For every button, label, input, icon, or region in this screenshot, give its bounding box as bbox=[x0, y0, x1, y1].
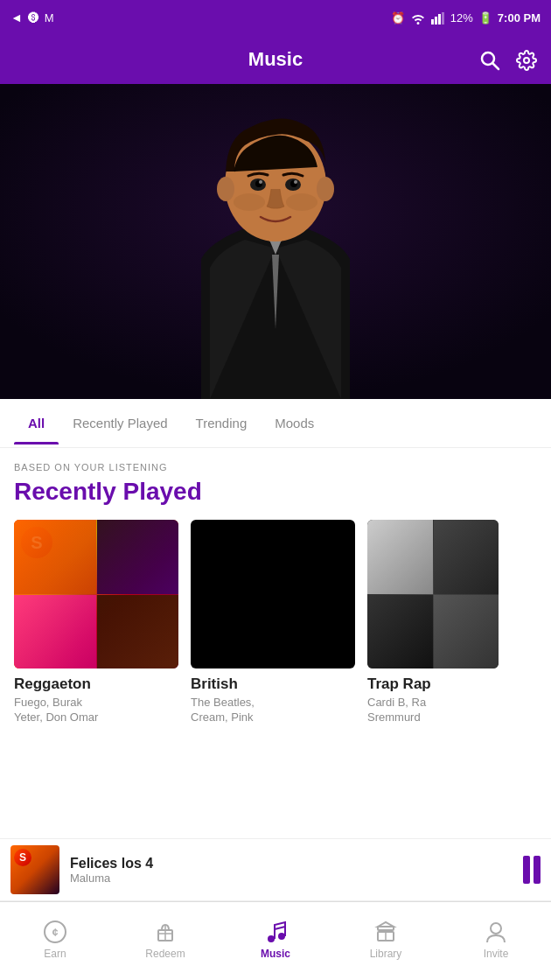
status-bar: ◄ 🅢 M ⏰ 12% 🔋 7:00 PM bbox=[0, 0, 551, 35]
svg-point-17 bbox=[217, 177, 234, 201]
alarm-icon: ⏰ bbox=[391, 11, 405, 24]
svg-point-19 bbox=[234, 193, 265, 211]
svg-rect-1 bbox=[435, 17, 437, 24]
settings-icon[interactable] bbox=[516, 48, 537, 71]
now-playing-bar[interactable]: Felices los 4 Maluma bbox=[0, 838, 551, 901]
card-british[interactable]: British The Beatles,Cream, Pink bbox=[191, 520, 355, 725]
redeem-icon bbox=[153, 920, 178, 944]
app-icon-2: M bbox=[45, 11, 54, 24]
tab-all[interactable]: All bbox=[14, 402, 59, 444]
card-trap-image bbox=[367, 520, 499, 668]
header-icons bbox=[479, 48, 537, 71]
app-header: Music bbox=[0, 35, 551, 84]
svg-point-18 bbox=[317, 177, 334, 201]
invite-icon bbox=[484, 920, 508, 944]
nav-invite[interactable]: Invite bbox=[461, 920, 531, 960]
tab-trending[interactable]: Trending bbox=[182, 402, 262, 444]
np-thumbnail bbox=[10, 845, 59, 894]
nav-redeem-label: Redeem bbox=[145, 948, 185, 960]
svg-point-33 bbox=[491, 923, 501, 934]
card-british-image bbox=[191, 520, 355, 668]
card-reggaeton-subtitle: Fuego, BurakYeter, Don Omar bbox=[14, 696, 178, 725]
time: 7:00 PM bbox=[498, 11, 541, 24]
bottom-nav: ¢ Earn Redeem Music bbox=[0, 901, 551, 980]
svg-point-6 bbox=[524, 58, 529, 63]
svg-rect-0 bbox=[431, 19, 434, 24]
section-sublabel: BASED ON YOUR LISTENING bbox=[14, 462, 537, 472]
nav-earn[interactable]: ¢ Earn bbox=[20, 920, 90, 960]
card-reggaeton[interactable]: Reggaeton Fuego, BurakYeter, Don Omar bbox=[14, 520, 178, 725]
nav-invite-label: Invite bbox=[484, 948, 509, 960]
nav-music[interactable]: Music bbox=[241, 920, 310, 960]
nav-music-label: Music bbox=[261, 948, 290, 960]
svg-line-28 bbox=[275, 927, 285, 929]
hero-image bbox=[0, 84, 551, 399]
app-icon-1: 🅢 bbox=[28, 11, 39, 24]
svg-text:¢: ¢ bbox=[52, 927, 59, 939]
cards-row: Reggaeton Fuego, BurakYeter, Don Omar Br… bbox=[14, 520, 537, 725]
page-title: Music bbox=[248, 48, 303, 71]
tab-recently-played[interactable]: Recently Played bbox=[59, 402, 181, 444]
library-icon bbox=[373, 920, 398, 944]
wifi-icon bbox=[410, 10, 426, 24]
svg-point-20 bbox=[286, 193, 317, 211]
pause-bar-right bbox=[534, 856, 541, 884]
card-trap-rap[interactable]: Trap Rap Cardi B, RaSremmurd bbox=[367, 520, 499, 725]
np-controls bbox=[523, 856, 541, 884]
np-info: Felices los 4 Maluma bbox=[70, 856, 513, 885]
np-artist: Maluma bbox=[70, 872, 513, 885]
nav-library[interactable]: Library bbox=[351, 920, 421, 960]
status-right: ⏰ 12% 🔋 7:00 PM bbox=[391, 10, 541, 24]
card-reggaeton-title: Reggaeton bbox=[14, 676, 178, 693]
np-title: Felices los 4 bbox=[70, 856, 513, 872]
svg-line-5 bbox=[493, 64, 499, 70]
card-reggaeton-image bbox=[14, 520, 178, 668]
svg-point-26 bbox=[268, 935, 275, 942]
signal-icon bbox=[431, 10, 445, 24]
battery-icon: 🔋 bbox=[478, 11, 492, 24]
main-content: BASED ON YOUR LISTENING Recently Played … bbox=[0, 448, 551, 725]
card-trap-title: Trap Rap bbox=[367, 676, 499, 693]
svg-point-15 bbox=[259, 180, 262, 184]
nav-library-label: Library bbox=[370, 948, 402, 960]
card-british-subtitle: The Beatles,Cream, Pink bbox=[191, 696, 355, 725]
svg-rect-3 bbox=[442, 12, 444, 24]
card-trap-subtitle: Cardi B, RaSremmurd bbox=[367, 696, 499, 725]
hero-portrait bbox=[0, 84, 551, 399]
search-icon[interactable] bbox=[479, 48, 500, 71]
battery-percent: 12% bbox=[450, 11, 473, 24]
pause-bar-left bbox=[523, 856, 530, 884]
pause-button[interactable] bbox=[523, 856, 541, 884]
earn-icon: ¢ bbox=[43, 920, 67, 944]
svg-point-16 bbox=[294, 180, 297, 184]
status-left: ◄ 🅢 M bbox=[10, 10, 54, 24]
back-icon: ◄ bbox=[10, 10, 23, 24]
section-title: Recently Played bbox=[14, 478, 537, 506]
tabs-container: All Recently Played Trending Moods bbox=[0, 399, 551, 448]
music-icon bbox=[263, 920, 288, 944]
svg-marker-30 bbox=[378, 922, 394, 927]
card-british-title: British bbox=[191, 676, 355, 693]
nav-earn-label: Earn bbox=[44, 948, 66, 960]
svg-point-27 bbox=[278, 933, 285, 940]
svg-rect-2 bbox=[438, 14, 441, 24]
nav-redeem[interactable]: Redeem bbox=[130, 920, 200, 960]
tab-moods[interactable]: Moods bbox=[261, 402, 328, 444]
